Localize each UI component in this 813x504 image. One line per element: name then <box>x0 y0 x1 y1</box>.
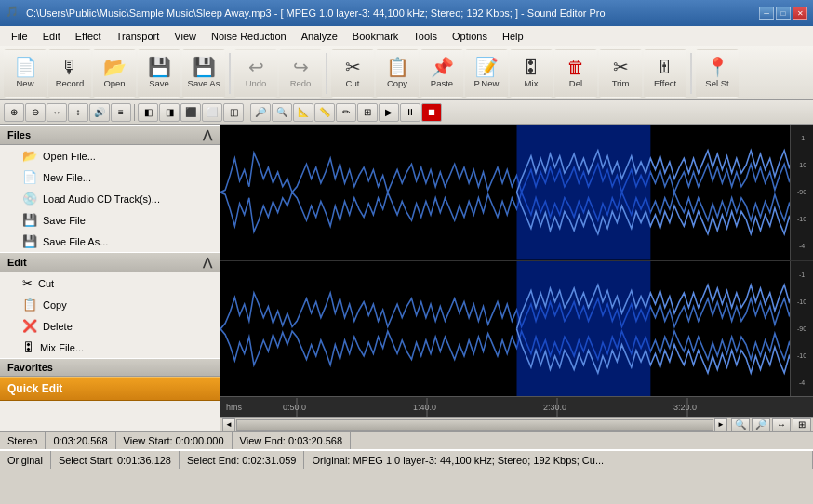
undo-label: Undo <box>246 78 267 88</box>
tb2-btn-9[interactable]: ⬛ <box>180 103 201 122</box>
tb2-sep-2 <box>247 104 247 121</box>
files-collapse-icon[interactable]: ⋀ <box>203 128 212 141</box>
tb2-btn-4[interactable]: ↕ <box>68 103 88 122</box>
mix-button[interactable]: 🎛 Mix <box>510 49 553 98</box>
new-label: New <box>16 78 33 88</box>
waveform-svg-top <box>220 125 813 260</box>
zoom-in-btn[interactable]: 🔎 <box>752 418 770 431</box>
tb2-btn-2[interactable]: ⊖ <box>25 103 46 122</box>
redo-icon: ↪ <box>293 58 309 76</box>
favorites-header[interactable]: Favorites <box>0 358 220 377</box>
undo-button[interactable]: ↩ Undo <box>234 49 277 98</box>
tb2-btn-11[interactable]: ◫ <box>223 103 244 122</box>
menu-transport[interactable]: Transport <box>109 29 167 44</box>
tb2-btn-15[interactable]: 📏 <box>314 103 335 122</box>
waveform-track-top[interactable]: -1 -10 -90 -10 -4 <box>220 125 813 261</box>
save-button[interactable]: 💾 Save <box>138 49 180 98</box>
scroll-right-btn[interactable]: ► <box>714 418 727 431</box>
menu-analyze[interactable]: Analyze <box>294 29 345 44</box>
effect-label: Effect <box>654 78 676 88</box>
menu-help[interactable]: Help <box>495 29 531 44</box>
trim-button[interactable]: ✂ Trim <box>599 49 642 98</box>
db-scale-bottom: -1 -10 -90 -10 -4 <box>790 261 813 397</box>
record-label: Record <box>56 78 85 88</box>
menu-view[interactable]: View <box>167 29 204 44</box>
scrollbar-thumb[interactable] <box>237 420 713 430</box>
tb2-btn-1[interactable]: ⊕ <box>4 103 24 122</box>
edit-section-header[interactable]: Edit ⋀ <box>0 252 220 272</box>
menu-bookmark[interactable]: Bookmark <box>345 29 406 44</box>
record-button[interactable]: 🎙 Record <box>48 49 91 98</box>
load-cd-item[interactable]: 💿 Load Audio CD Track(s)... <box>0 188 220 209</box>
open-file-item[interactable]: 📂 Open File... <box>0 145 220 166</box>
record-icon: 🎙 <box>60 58 79 76</box>
redo-button[interactable]: ↪ Redo <box>279 49 322 98</box>
p-new-icon: 📝 <box>475 58 499 76</box>
tb2-btn-12[interactable]: 🔎 <box>250 103 271 122</box>
minimize-button[interactable]: ─ <box>759 7 774 20</box>
effect-button[interactable]: 🎚 Effect <box>644 49 686 98</box>
copy-item[interactable]: 📋 Copy <box>0 294 220 315</box>
paste-icon: 📌 <box>431 58 454 76</box>
cut-panel-icon: ✂ <box>22 276 33 290</box>
save-as-button[interactable]: 💾 Save As <box>182 49 225 98</box>
tb2-btn-5[interactable]: 🔊 <box>89 103 110 122</box>
favorites-title: Favorites <box>7 362 53 373</box>
delete-item[interactable]: ❌ Delete <box>0 315 220 337</box>
save-as-icon: 💾 <box>193 58 216 76</box>
scroll-left-btn[interactable]: ◄ <box>222 418 235 431</box>
tb2-btn-18[interactable]: ▶ <box>379 103 399 122</box>
scrollbar-track[interactable] <box>236 419 713 431</box>
svg-rect-4 <box>222 398 811 417</box>
file-info-status: Original: MPEG 1.0 layer-3: 44,100 kHz; … <box>304 451 813 469</box>
menu-file[interactable]: File <box>4 29 35 44</box>
tb2-btn-8[interactable]: ◨ <box>159 103 180 122</box>
save-file-as-label: Save File As... <box>43 236 108 247</box>
paste-button[interactable]: 📌 Paste <box>420 49 463 98</box>
menu-tools[interactable]: Tools <box>406 29 445 44</box>
zoom-out-btn[interactable]: 🔍 <box>731 418 750 431</box>
menu-edit[interactable]: Edit <box>35 29 68 44</box>
tb2-btn-20[interactable]: ⏹ <box>421 103 442 122</box>
menu-effect[interactable]: Effect <box>68 29 109 44</box>
effect-icon: 🎚 <box>656 58 674 76</box>
tb2-btn-10[interactable]: ⬜ <box>202 103 222 122</box>
copy-icon: 📋 <box>386 58 409 76</box>
menu-options[interactable]: Options <box>445 29 495 44</box>
mix-file-item[interactable]: 🎛 Mix File... <box>0 337 220 358</box>
save-file-item[interactable]: 💾 Save File <box>0 209 220 231</box>
edit-collapse-icon[interactable]: ⋀ <box>203 256 212 269</box>
close-button[interactable]: ✕ <box>793 7 807 20</box>
new-button[interactable]: 📄 New <box>4 49 47 98</box>
cut-item[interactable]: ✂ Cut <box>0 272 220 294</box>
save-file-icon: 💾 <box>22 213 37 227</box>
tb2-btn-14[interactable]: 📐 <box>293 103 313 122</box>
main-toolbar: 📄 New 🎙 Record 📂 Open 💾 Save 💾 Save As ↩… <box>0 46 813 100</box>
del-button[interactable]: 🗑 Del <box>554 49 597 98</box>
p-new-button[interactable]: 📝 P.New <box>465 49 508 98</box>
files-section-header[interactable]: Files ⋀ <box>0 125 220 145</box>
tb2-btn-16[interactable]: ✏ <box>336 103 356 122</box>
quick-edit-button[interactable]: Quick Edit <box>0 377 220 401</box>
sel-st-button[interactable]: 📍 Sel St <box>696 49 739 98</box>
zoom-reset-btn[interactable]: ⊞ <box>793 418 811 431</box>
tb2-btn-19[interactable]: ⏸ <box>400 103 420 122</box>
maximize-button[interactable]: □ <box>776 7 791 20</box>
save-file-as-item[interactable]: 💾 Save File As... <box>0 231 220 252</box>
view-start-label: View Start: 0:0:00.000 <box>124 435 224 446</box>
save-label: Save <box>149 78 169 88</box>
menu-noise-reduction[interactable]: Noise Reduction <box>204 29 294 44</box>
copy-button[interactable]: 📋 Copy <box>376 49 419 98</box>
scrollbar-row: ◄ ► 🔍 🔎 ↔ ⊞ <box>220 417 813 431</box>
waveform-track-bottom[interactable]: -1 -10 -90 -10 -4 <box>220 261 813 397</box>
cut-button[interactable]: ✂ Cut <box>331 49 374 98</box>
tb2-btn-17[interactable]: ⊞ <box>357 103 378 122</box>
tb2-btn-13[interactable]: 🔍 <box>272 103 292 122</box>
tb2-btn-7[interactable]: ◧ <box>138 103 158 122</box>
tb2-btn-3[interactable]: ↔ <box>47 103 67 122</box>
zoom-fit-btn[interactable]: ↔ <box>772 418 791 431</box>
open-button[interactable]: 📂 Open <box>93 49 136 98</box>
tb2-btn-6[interactable]: ≡ <box>111 103 131 122</box>
new-file-item[interactable]: 📄 New File... <box>0 166 220 188</box>
select-start-status: Select Start: 0:01:36.128 <box>51 451 180 469</box>
